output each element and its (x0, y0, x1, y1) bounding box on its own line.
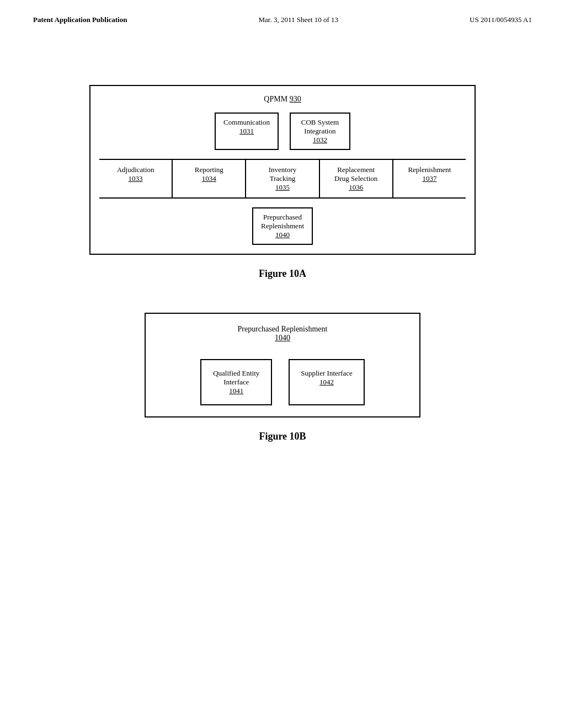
communication-label: Communication (223, 118, 270, 127)
figure-10b-container: Prepurchased Replenishment 1040 Qualifie… (44, 313, 521, 442)
b-inner-row: Qualified Entity Interface 1041 Supplier… (157, 359, 408, 405)
header-publication-label: Patent Application Publication (33, 15, 127, 24)
qualified-entity-label-line1: Qualified Entity (212, 369, 260, 378)
qpmm-title-text: QPMM 930 (264, 95, 301, 103)
supplier-interface-box: Supplier Interface 1042 (289, 359, 364, 405)
figure-10a-caption: Figure 10A (44, 268, 521, 280)
middle-row: Adjudication 1033 Reporting 1034 Invento… (99, 159, 466, 199)
prepurchased-b-title-line1: Prepurchased Replenishment (157, 325, 408, 334)
prepurchased-replenishment-b-title: Prepurchased Replenishment 1040 (157, 325, 408, 342)
cob-number: 1032 (299, 136, 342, 144)
figure-10a-container: QPMM 930 Communication 1031 COB System I… (44, 85, 521, 280)
replacement-drug-box: Replacement Drug Selection 1036 (320, 160, 393, 197)
figure-10b-caption: Figure 10B (44, 431, 521, 442)
supplier-interface-number: 1042 (301, 378, 352, 387)
page-header: Patent Application Publication Mar. 3, 2… (0, 0, 565, 30)
prepurchased-label-line2: Replenishment (261, 222, 304, 231)
inventory-tracking-box: Inventory Tracking 1035 (246, 160, 319, 197)
replacement-label-line1: Replacement (324, 165, 388, 174)
adjudication-box: Adjudication 1033 (99, 160, 173, 197)
adjudication-label: Adjudication (104, 165, 167, 174)
prepurchased-number: 1040 (261, 231, 304, 239)
bottom-row: Prepurchased Replenishment 1040 (99, 207, 466, 245)
prepurchased-label-line1: Prepurchased (261, 213, 304, 222)
cob-system-box: COB System Integration 1032 (290, 113, 350, 150)
qualified-entity-number: 1041 (212, 387, 260, 395)
communication-box: Communication 1031 (215, 113, 279, 150)
qualified-entity-label-line2: Interface (212, 378, 260, 387)
replenishment-label: Replenishment (398, 165, 461, 174)
replacement-label-line2: Drug Selection (324, 174, 388, 183)
inventory-label-line2: Tracking (250, 174, 314, 183)
prepurchased-replenishment-outer-box: Prepurchased Replenishment 1040 Qualifie… (145, 313, 420, 417)
header-date-sheet: Mar. 3, 2011 Sheet 10 of 13 (258, 15, 338, 24)
qpmm-title-number: 930 (290, 95, 301, 103)
adjudication-number: 1033 (104, 174, 167, 183)
top-row: Communication 1031 COB System Integratio… (99, 113, 466, 150)
replenishment-box: Replenishment 1037 (393, 160, 466, 197)
qpmm-outer-box: QPMM 930 Communication 1031 COB System I… (89, 85, 476, 255)
prepurchased-replenishment-box: Prepurchased Replenishment 1040 (252, 207, 313, 245)
reporting-number: 1034 (177, 174, 241, 183)
qpmm-title: QPMM 930 (99, 95, 466, 104)
qualified-entity-interface-box: Qualified Entity Interface 1041 (200, 359, 272, 405)
header-patent-number: US 2011/0054935 A1 (470, 15, 532, 24)
inventory-label-line1: Inventory (250, 165, 314, 174)
supplier-interface-label: Supplier Interface (301, 369, 352, 378)
reporting-label: Reporting (177, 165, 241, 174)
reporting-box: Reporting 1034 (173, 160, 246, 197)
cob-label-line1: COB System (299, 118, 342, 127)
cob-label-line2: Integration (299, 127, 342, 136)
page-content: QPMM 930 Communication 1031 COB System I… (0, 30, 565, 475)
replacement-number: 1036 (324, 183, 388, 192)
inventory-number: 1035 (250, 183, 314, 192)
communication-number: 1031 (223, 127, 270, 136)
prepurchased-b-title-number: 1040 (157, 334, 408, 342)
replenishment-number: 1037 (398, 174, 461, 183)
